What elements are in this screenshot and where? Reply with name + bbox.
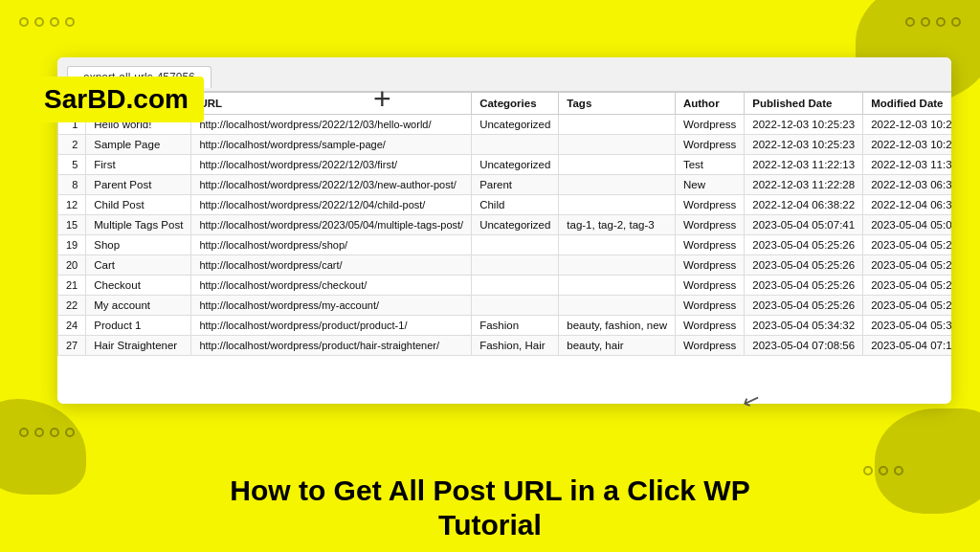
logo-text: SarBD.com: [44, 84, 189, 114]
cell-tags: beauty, hair: [559, 336, 676, 356]
cell-author: Wordpress: [675, 336, 744, 356]
table-row: 21 Checkout http://localhost/wordpress/c…: [58, 276, 952, 296]
cell-url: http://localhost/wordpress/checkout/: [191, 276, 472, 296]
logo: SarBD.com: [29, 77, 204, 122]
table-row: 12 Child Post http://localhost/wordpress…: [58, 195, 952, 215]
cell-published: 2022-12-03 10:25:23: [745, 135, 863, 155]
cell-tags: [559, 276, 676, 296]
cell-published: 2023-05-04 05:25:26: [745, 276, 863, 296]
col-header-author: Author: [675, 93, 744, 115]
col-header-tags: Tags: [559, 93, 676, 115]
data-table: Title URL Categories Tags Author Publish…: [57, 92, 951, 356]
cell-published: 2022-12-03 10:25:23: [745, 115, 863, 135]
cell-author: Test: [675, 155, 744, 175]
cell-author: Wordpress: [675, 316, 744, 336]
cell-author: Wordpress: [675, 255, 744, 276]
deco-circles-top-left: [19, 17, 75, 27]
cell-modified: 2022-12-04 06:38:22: [863, 195, 951, 215]
cell-num: 15: [58, 215, 86, 235]
cell-num: 19: [58, 235, 86, 255]
col-header-categories: Categories: [472, 93, 559, 115]
cell-num: 21: [58, 276, 86, 296]
cell-published: 2023-05-04 05:25:26: [745, 255, 863, 276]
deco-circles-top-right: [905, 17, 961, 27]
cell-modified: 2023-05-04 05:25:26: [863, 276, 951, 296]
table-row: 19 Shop http://localhost/wordpress/shop/…: [58, 235, 952, 255]
cell-num: 22: [58, 296, 86, 316]
cell-url: http://localhost/wordpress/product/produ…: [191, 316, 472, 336]
cell-modified: 2022-12-03 10:25:23: [863, 115, 951, 135]
cell-tags: [559, 115, 676, 135]
cell-title: Checkout: [86, 276, 191, 296]
cell-published: 2022-12-03 11:22:13: [745, 155, 863, 175]
deco-circles-bottom-left: [19, 428, 75, 437]
cell-tags: [559, 155, 676, 175]
cell-tags: beauty, fashion, new: [559, 316, 676, 336]
cell-title: Multiple Tags Post: [86, 215, 191, 235]
cell-title: First: [86, 155, 191, 175]
cell-categories: Fashion, Hair: [472, 336, 559, 356]
cell-title: Parent Post: [86, 175, 191, 195]
cell-url: http://localhost/wordpress/2022/12/03/fi…: [191, 155, 472, 175]
cell-modified: 2023-05-04 05:25:26: [863, 255, 951, 276]
cell-tags: tag-1, tag-2, tag-3: [559, 215, 676, 235]
cell-author: Wordpress: [675, 215, 744, 235]
cell-url: http://localhost/wordpress/2022/12/03/he…: [191, 115, 472, 135]
cell-title: Cart: [86, 255, 191, 276]
cell-num: 8: [58, 175, 86, 195]
cell-published: 2022-12-04 06:38:22: [745, 195, 863, 215]
cell-num: 2: [58, 135, 86, 155]
cell-tags: [559, 195, 676, 215]
cell-title: My account: [86, 296, 191, 316]
cell-categories: Uncategorized: [472, 115, 559, 135]
table-row: 22 My account http://localhost/wordpress…: [58, 296, 952, 316]
cell-author: Wordpress: [675, 115, 744, 135]
cell-url: http://localhost/wordpress/product/hair-…: [191, 336, 472, 356]
cell-author: Wordpress: [675, 296, 744, 316]
table-row: 8 Parent Post http://localhost/wordpress…: [58, 175, 952, 195]
cell-modified: 2023-05-04 05:25:26: [863, 296, 951, 316]
col-header-published: Published Date: [745, 93, 863, 115]
col-header-modified: Modified Date: [863, 93, 951, 115]
cell-num: 20: [58, 255, 86, 276]
col-header-url: URL: [191, 93, 472, 115]
cell-categories: [472, 235, 559, 255]
cell-tags: [559, 296, 676, 316]
cell-categories: Uncategorized: [472, 155, 559, 175]
cell-modified: 2023-05-04 05:25:26: [863, 235, 951, 255]
cell-modified: 2022-12-03 06:37:52: [863, 175, 951, 195]
cell-url: http://localhost/wordpress/my-account/: [191, 296, 472, 316]
cell-title: Product 1: [86, 316, 191, 336]
table-row: 5 First http://localhost/wordpress/2022/…: [58, 155, 952, 175]
cell-author: Wordpress: [675, 135, 744, 155]
cell-modified: 2023-05-04 07:11:20: [863, 336, 951, 356]
cell-author: New: [675, 175, 744, 195]
table-row: 15 Multiple Tags Post http://localhost/w…: [58, 215, 952, 235]
cell-url: http://localhost/wordpress/shop/: [191, 235, 472, 255]
cell-num: 5: [58, 155, 86, 175]
cell-num: 12: [58, 195, 86, 215]
cell-published: 2023-05-04 05:25:26: [745, 296, 863, 316]
cell-categories: Parent: [472, 175, 559, 195]
cell-published: 2023-05-04 05:34:32: [745, 316, 863, 336]
table-row: 24 Product 1 http://localhost/wordpress/…: [58, 316, 952, 336]
table-row: 20 Cart http://localhost/wordpress/cart/…: [58, 255, 952, 276]
cell-published: 2023-05-04 05:07:41: [745, 215, 863, 235]
cell-categories: Uncategorized: [472, 215, 559, 235]
cell-url: http://localhost/wordpress/2022/12/03/ne…: [191, 175, 472, 195]
cell-published: 2023-05-04 07:08:56: [745, 336, 863, 356]
cell-url: http://localhost/wordpress/2022/12/04/ch…: [191, 195, 472, 215]
cell-num: 24: [58, 316, 86, 336]
cell-categories: [472, 296, 559, 316]
cell-author: Wordpress: [675, 195, 744, 215]
cell-url: http://localhost/wordpress/sample-page/: [191, 135, 472, 155]
table-row: 2 Sample Page http://localhost/wordpress…: [58, 135, 952, 155]
table-row: 27 Hair Straightener http://localhost/wo…: [58, 336, 952, 356]
cell-published: 2023-05-04 05:25:26: [745, 235, 863, 255]
cell-categories: Fashion: [472, 316, 559, 336]
cell-modified: 2023-05-04 05:36:50: [863, 316, 951, 336]
cell-published: 2022-12-03 11:22:28: [745, 175, 863, 195]
cell-author: Wordpress: [675, 235, 744, 255]
cell-modified: 2023-05-04 05:07:41: [863, 215, 951, 235]
bottom-title-line2: Tutorial: [0, 508, 980, 542]
